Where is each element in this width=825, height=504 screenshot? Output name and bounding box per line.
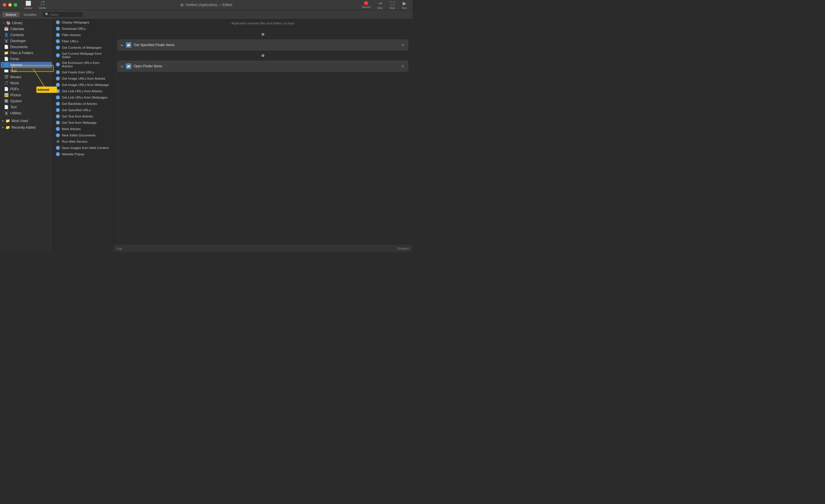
action-new-safari[interactable]: i New Safari Documents: [53, 132, 113, 138]
sidebar-item-system[interactable]: ⚙️ System: [1, 98, 52, 104]
sidebar-item-utilities[interactable]: ✂️ Utilities: [1, 110, 52, 116]
close-button[interactable]: [3, 3, 6, 7]
block-icon-get-finder: 📁: [126, 42, 132, 48]
documents-icon: 📄: [4, 45, 9, 49]
sidebar-item-movies[interactable]: 🎬 Movies: [1, 74, 52, 80]
search-box: 🔍: [43, 12, 83, 17]
action-icon-get-specified-urls: i: [56, 108, 60, 112]
photos-icon: 🖼️: [4, 93, 9, 97]
contacts-icon: 👤: [4, 33, 9, 37]
workflow-block-header-open-finder[interactable]: ▶ 📁 Open Finder Items ✕: [118, 61, 408, 71]
run-button[interactable]: ▶ Run: [399, 0, 409, 11]
action-get-current[interactable]: i Get Current Webpage from Safari: [53, 51, 113, 60]
action-get-link-articles[interactable]: i Get Link URLs from Articles: [53, 88, 113, 94]
action-get-feeds[interactable]: i Get Feeds from URLs: [53, 69, 113, 75]
sidebar-item-calendar[interactable]: 📅 Calendar: [1, 26, 52, 32]
system-icon: ⚙️: [4, 99, 9, 103]
workflow-block-header-get-finder[interactable]: ▶ 📁 Get Specified Finder Items ✕: [118, 40, 408, 50]
recently-added-header[interactable]: ▶ 📁 Recently Added: [0, 124, 53, 130]
action-icon-run-web-service: ⚙: [56, 140, 60, 144]
action-icon-get-feeds: i: [56, 70, 60, 74]
action-filter-articles[interactable]: i Filter Articles: [53, 32, 113, 38]
action-get-enclosure[interactable]: i Get Enclosure URLs from Articles: [53, 60, 113, 69]
step-button[interactable]: ⇥ Step: [374, 0, 386, 11]
titlebar: ⬜ Library 🎵 Media ⚙ Untitled (Applicatio…: [0, 0, 412, 10]
sidebar-item-contacts[interactable]: 👤 Contacts: [1, 32, 52, 38]
library-icon: 📚: [6, 21, 11, 25]
action-icon-get-contents: i: [56, 46, 60, 50]
workflow-area: Application receives files and folders a…: [113, 19, 412, 252]
action-save-images[interactable]: i Save Images from Web Content: [53, 145, 113, 151]
most-used-header[interactable]: ▶ 📁 Most Used: [0, 117, 53, 124]
sidebar-library-header[interactable]: ▼ 📚 Library: [0, 19, 53, 26]
most-used-triangle: ▶: [2, 120, 4, 122]
library-button[interactable]: ⬜ Library: [22, 0, 35, 10]
triangle-icon: ▼: [2, 21, 5, 24]
action-download-urls[interactable]: i Download URLs: [53, 25, 113, 32]
media-button[interactable]: 🎵 Media: [37, 0, 49, 10]
connector-dot-top: [261, 33, 265, 36]
action-get-text-webpage[interactable]: i Get Text from Webpage: [53, 120, 113, 126]
action-icon-get-link-webpages: i: [56, 95, 60, 99]
expand-arrow-icon: ▶: [121, 44, 124, 47]
close-block-get-finder[interactable]: ✕: [401, 43, 404, 47]
action-get-text-articles[interactable]: i Get Text from Articles: [53, 113, 113, 120]
calendar-icon: 📅: [4, 27, 9, 31]
sidebar-item-documents[interactable]: 📄 Documents: [1, 44, 52, 50]
sidebar-item-music[interactable]: 🎵 Music: [1, 80, 52, 86]
sidebar-item-fonts[interactable]: 📄 Fonts: [1, 56, 52, 62]
action-list: i Display Webpages i Download URLs i Fil…: [53, 19, 113, 252]
workflow-block-open-finder-items: ▶ 📁 Open Finder Items ✕: [118, 61, 408, 72]
sidebar-item-text[interactable]: 📄 Text: [1, 104, 52, 110]
action-icon-get-image-webpage: i: [56, 83, 60, 87]
recently-added-triangle: ▶: [2, 126, 4, 129]
log-bar: Log Duration: [113, 244, 412, 252]
action-get-image-articles[interactable]: i Get Image URLs from Articles: [53, 75, 113, 82]
action-get-link-webpages[interactable]: i Get Link URLs from Webpages: [53, 94, 113, 100]
action-get-backlinks[interactable]: i Get Backlinks of Articles: [53, 100, 113, 107]
action-website-popup[interactable]: i Website Popup: [53, 151, 113, 157]
workflow-info-bar: Application receives files and folders a…: [113, 19, 412, 27]
search-input[interactable]: [51, 13, 80, 16]
sidebar-item-photos[interactable]: 🖼️ Photos: [1, 92, 52, 98]
stop-button[interactable]: ⬛ Stop: [386, 0, 398, 11]
sidebar: ▼ 📚 Library 📅 Calendar 👤 Contacts ✂️ Dev…: [0, 19, 53, 252]
tab-actions[interactable]: Actions: [2, 12, 19, 17]
action-icon-filter-articles: i: [56, 33, 60, 37]
action-display-webpages[interactable]: i Display Webpages: [53, 19, 113, 25]
record-button[interactable]: Record: [359, 0, 373, 10]
utilities-icon: ✂️: [4, 111, 9, 115]
tab-variables[interactable]: Variables: [20, 12, 40, 17]
action-icon-get-link-articles: i: [56, 89, 60, 93]
library-label: Library: [12, 21, 23, 25]
sidebar-item-files-folders[interactable]: 📁 Files & Folders: [1, 50, 52, 56]
minimize-button[interactable]: [8, 3, 12, 7]
text-icon: 📄: [4, 105, 9, 109]
tab-group: Actions Variables: [2, 12, 40, 17]
action-get-contents[interactable]: i Get Contents of Webpages: [53, 45, 113, 51]
action-get-specified-urls[interactable]: i Get Specified URLs: [53, 107, 113, 113]
close-block-open-finder[interactable]: ✕: [401, 64, 404, 68]
app-toolbar: Actions Variables 🔍: [0, 10, 412, 19]
expand-arrow-icon-2: ▶: [121, 65, 124, 68]
action-get-image-webpage[interactable]: i Get Image URLs from Webpage: [53, 82, 113, 88]
developer-icon: ✂️: [4, 39, 9, 43]
sidebar-item-pdfs[interactable]: 📄 PDFs: [1, 86, 52, 92]
movies-icon: 🎬: [4, 75, 9, 79]
action-run-web-service[interactable]: ⚙ Run Web Service: [53, 138, 113, 145]
action-filter-urls[interactable]: i Filter URLs: [53, 38, 113, 45]
action-icon-get-enclosure: i: [56, 63, 60, 66]
workflow-block-get-finder-items: ▶ 📁 Get Specified Finder Items ✕: [118, 40, 408, 51]
action-icon-filter-urls: i: [56, 39, 60, 43]
action-icon-display-webpages: i: [56, 20, 60, 24]
sidebar-item-mail[interactable]: ✉️ Mail: [1, 68, 52, 74]
sidebar-item-developer[interactable]: ✂️ Developer: [1, 38, 52, 44]
search-icon: 🔍: [45, 13, 49, 16]
internet-icon: 🌐: [4, 63, 9, 67]
sidebar-item-internet[interactable]: 🌐 Internet: [1, 62, 52, 68]
action-icon-mark-articles: i: [56, 127, 60, 131]
action-mark-articles[interactable]: i Mark Articles: [53, 126, 113, 132]
maximize-button[interactable]: [14, 3, 17, 7]
action-icon-download-urls: i: [56, 27, 60, 31]
action-icon-save-images: i: [56, 146, 60, 150]
